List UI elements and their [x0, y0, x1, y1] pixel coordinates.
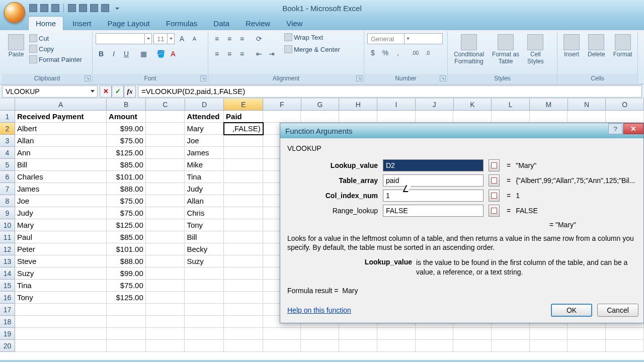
dialog-help-button[interactable]: ? — [608, 123, 622, 134]
cell[interactable] — [146, 159, 185, 171]
col-header-E[interactable]: E — [224, 99, 263, 111]
save-icon[interactable] — [29, 4, 37, 12]
cell-styles-button[interactable]: Cell Styles — [524, 33, 547, 73]
cell[interactable] — [224, 207, 263, 219]
cell[interactable] — [301, 340, 339, 352]
cell[interactable] — [492, 328, 530, 340]
cell[interactable] — [107, 304, 146, 316]
cell[interactable] — [224, 316, 263, 328]
font-launcher-icon[interactable]: ↘ — [200, 75, 206, 81]
increase-indent-button[interactable]: ⇥ — [266, 48, 277, 59]
cell[interactable]: Becky — [185, 243, 224, 255]
cell[interactable] — [568, 340, 606, 352]
cell[interactable]: Paid — [224, 111, 263, 123]
cell[interactable]: $75.00 — [107, 280, 146, 292]
col-header-N[interactable]: N — [568, 99, 606, 111]
cell[interactable]: $101.00 — [107, 243, 146, 255]
row-header[interactable]: 13 — [0, 255, 15, 267]
bold-button[interactable]: B — [96, 48, 107, 59]
cell[interactable] — [224, 328, 263, 340]
cell[interactable]: $88.00 — [107, 255, 146, 267]
insert-function-button[interactable]: fx — [124, 85, 136, 98]
conditional-formatting-button[interactable]: Conditional Formatting — [451, 33, 487, 73]
cell[interactable] — [146, 231, 185, 243]
cell[interactable]: Mary — [185, 123, 224, 135]
wrap-text-button[interactable]: Wrap Text — [284, 33, 340, 41]
cell[interactable]: Suzy — [185, 255, 224, 267]
row-header[interactable]: 19 — [0, 328, 15, 340]
row-header[interactable]: 3 — [0, 135, 15, 147]
cell[interactable] — [224, 195, 263, 207]
row-header[interactable]: 11 — [0, 231, 15, 243]
underline-button[interactable]: U — [121, 48, 132, 59]
cell[interactable]: Chris — [185, 207, 224, 219]
cell[interactable]: Allan — [15, 135, 107, 147]
cell[interactable]: $75.00 — [107, 195, 146, 207]
cell[interactable]: $75.00 — [107, 135, 146, 147]
cell[interactable] — [492, 340, 530, 352]
align-bottom-button[interactable]: ≡ — [236, 33, 248, 44]
argument-input-range_lookup[interactable] — [383, 205, 484, 217]
cell[interactable]: Suzy — [15, 267, 107, 280]
cell[interactable]: $88.00 — [107, 183, 146, 195]
row-header[interactable]: 2 — [0, 123, 15, 135]
cell[interactable] — [224, 304, 263, 316]
cell[interactable] — [568, 328, 606, 340]
percent-format-button[interactable]: % — [380, 47, 391, 58]
cell[interactable] — [606, 328, 644, 340]
accounting-format-button[interactable]: $ — [367, 47, 378, 58]
cell[interactable]: Peter — [15, 243, 107, 255]
qat-icon[interactable] — [79, 4, 87, 12]
cell[interactable] — [224, 159, 263, 171]
select-all-corner[interactable] — [0, 99, 15, 111]
cell[interactable] — [606, 340, 644, 352]
align-right-button[interactable]: ≡ — [236, 48, 248, 59]
cell[interactable]: Tony — [185, 219, 224, 231]
cell[interactable]: Amount — [107, 111, 146, 123]
refedit-button[interactable] — [489, 159, 500, 171]
cell[interactable] — [146, 111, 185, 123]
qat-icon[interactable] — [101, 4, 109, 12]
col-header-F[interactable]: F — [263, 99, 301, 111]
align-middle-button[interactable]: ≡ — [224, 33, 235, 44]
cell[interactable] — [185, 316, 224, 328]
cell[interactable]: $125.00 — [107, 219, 146, 231]
row-header[interactable]: 16 — [0, 292, 15, 304]
cancel-button[interactable]: Cancel — [597, 304, 638, 317]
col-header-G[interactable]: G — [301, 99, 340, 111]
row-header[interactable]: 5 — [0, 159, 15, 171]
format-painter-button[interactable]: Format Painter — [29, 55, 82, 63]
row-header[interactable]: 20 — [0, 340, 15, 352]
col-header-K[interactable]: K — [454, 99, 492, 111]
cell[interactable] — [606, 111, 644, 123]
tab-home[interactable]: Home — [28, 16, 63, 30]
fill-color-button[interactable]: 🪣 — [155, 48, 166, 59]
orientation-button[interactable]: ⟳ — [254, 33, 265, 44]
cell[interactable]: Ann — [15, 147, 107, 159]
row-header[interactable]: 10 — [0, 219, 15, 231]
cell[interactable] — [107, 340, 146, 352]
cell[interactable]: Tina — [15, 280, 107, 292]
cell[interactable]: Bill — [15, 159, 107, 171]
cell[interactable] — [377, 111, 416, 123]
row-header[interactable]: 17 — [0, 304, 15, 316]
font-name-combo[interactable] — [96, 33, 152, 44]
cell[interactable] — [107, 328, 146, 340]
align-center-button[interactable]: ≡ — [224, 48, 235, 59]
col-header-C[interactable]: C — [146, 99, 185, 111]
cell[interactable] — [339, 111, 377, 123]
increase-decimal-button[interactable]: .00 — [410, 47, 421, 58]
cell[interactable]: Charles — [15, 171, 107, 183]
cell[interactable] — [15, 340, 107, 352]
cell[interactable] — [224, 219, 263, 231]
cell[interactable] — [224, 292, 263, 304]
cell[interactable] — [15, 328, 107, 340]
cell[interactable]: James — [185, 147, 224, 159]
cell[interactable] — [146, 340, 185, 352]
cell[interactable] — [224, 243, 263, 255]
col-header-D[interactable]: D — [185, 99, 224, 111]
merge-center-button[interactable]: Merge & Center — [284, 45, 340, 53]
alignment-launcher-icon[interactable]: ↘ — [356, 75, 362, 81]
tab-review[interactable]: Review — [238, 17, 277, 30]
col-header-H[interactable]: H — [339, 99, 377, 111]
